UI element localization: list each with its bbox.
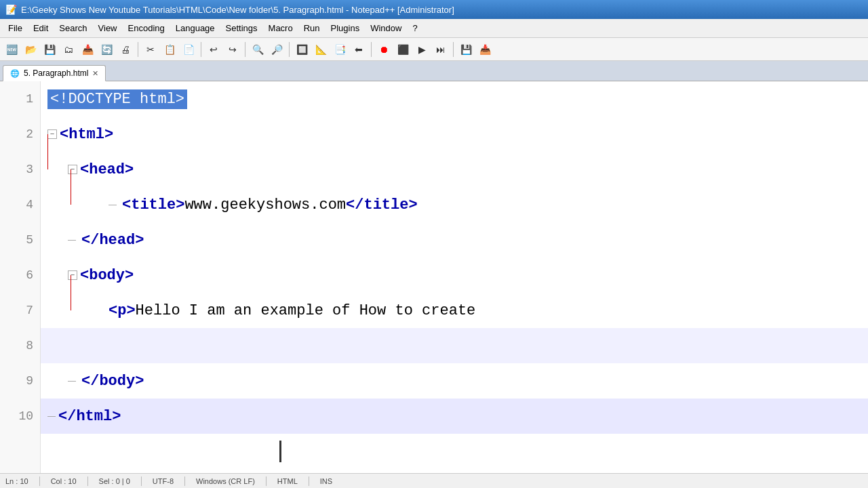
cursor-line: [41, 434, 868, 469]
tab-close-icon[interactable]: ✕: [92, 69, 98, 78]
toolbar-save[interactable]: 💾: [41, 41, 58, 58]
head-close-tag: </head>: [81, 232, 144, 249]
code-line-6: − <body>: [41, 258, 868, 293]
toolbar-macro-rec[interactable]: ⏺: [375, 41, 393, 58]
status-eol: Windows (CR LF): [196, 477, 255, 485]
toolbar-sep6: [453, 42, 454, 57]
title-indicator: [108, 205, 117, 205]
title-text: E:\Geeky Shows New Youtube Tutorials\HTM…: [21, 5, 454, 15]
collapse-html[interactable]: −: [47, 129, 57, 139]
toolbar-sep2: [201, 42, 201, 57]
toolbar-open[interactable]: 📂: [22, 41, 39, 58]
status-sep-1: [39, 476, 40, 486]
toolbar-new[interactable]: 🆕: [3, 41, 20, 58]
toolbar-macro-stop[interactable]: ⬛: [394, 41, 412, 58]
toolbar-cut[interactable]: ✂: [142, 41, 159, 58]
title-content: www.geekyshows.com: [184, 197, 346, 214]
collapse-body[interactable]: −: [68, 270, 77, 280]
toolbar: 🆕 📂 💾 🗂 📥 🔄 🖨 ✂ 📋 📄 ↩ ↪ 🔍 🔎 🔲 📐 📑 ⬅ ⏺ ⬛ …: [0, 38, 868, 61]
status-col: Col : 10: [51, 477, 77, 485]
status-sep-5: [266, 476, 267, 486]
toolbar-zoom-in[interactable]: 🔲: [293, 41, 311, 58]
menu-window[interactable]: Window: [365, 22, 407, 35]
tab-paragraph-html[interactable]: 🌐 5. Paragraph.html ✕: [3, 65, 106, 81]
tab-icon: 🌐: [10, 69, 20, 78]
line-num-6: 6: [0, 258, 40, 293]
toolbar-undo[interactable]: ↩: [205, 41, 222, 58]
toolbar-sep4: [289, 42, 290, 57]
status-sep-3: [141, 476, 142, 486]
toolbar-macro-next[interactable]: ⏭: [432, 41, 450, 58]
status-sel: Sel : 0 | 0: [99, 477, 130, 485]
code-line-7: <p> Hello I am an example of How to crea…: [41, 293, 868, 328]
status-sep-2: [87, 476, 88, 486]
line-num-5: 5: [0, 222, 40, 258]
toolbar-replace[interactable]: 🔎: [268, 41, 285, 58]
toolbar-find[interactable]: 🔍: [249, 41, 267, 58]
tab-label: 5. Paragraph.html: [24, 68, 88, 78]
toolbar-save-session[interactable]: 💾: [457, 41, 475, 58]
menu-help[interactable]: ?: [407, 22, 422, 35]
line-num-2: 2: [0, 117, 40, 152]
tab-bar: 🌐 5. Paragraph.html ✕: [0, 61, 868, 81]
status-encoding: UTF-8: [153, 477, 174, 485]
line-num-8: 8: [0, 328, 40, 363]
body-open-tag: <body>: [80, 267, 134, 284]
line-num-9: 9: [0, 363, 40, 399]
head-indent-line: [68, 240, 76, 241]
toolbar-indent[interactable]: 📑: [331, 41, 349, 58]
menu-macro[interactable]: Macro: [263, 22, 298, 35]
code-line-3: − <head>: [41, 152, 868, 187]
toolbar-outdent[interactable]: ⬅: [350, 41, 368, 58]
toolbar-reload[interactable]: 🔄: [98, 41, 115, 58]
status-type: HTML: [277, 477, 298, 485]
line-num-3: 3: [0, 152, 40, 187]
html-close-indent: [47, 416, 56, 417]
html-open-tag: <html>: [60, 126, 113, 143]
code-line-1: <!DOCTYPE html>: [41, 81, 868, 117]
status-ln: Ln : 10: [5, 477, 28, 485]
toolbar-macro-play[interactable]: ▶: [413, 41, 431, 58]
menu-settings[interactable]: Settings: [220, 22, 263, 35]
menu-view[interactable]: View: [93, 22, 123, 35]
menu-search[interactable]: Search: [54, 22, 92, 35]
line-num-7: 7: [0, 293, 40, 328]
body-indent-line: [68, 381, 76, 382]
doctype-highlight: <!DOCTYPE html>: [47, 89, 187, 109]
status-bar: Ln : 10 Col : 10 Sel : 0 | 0 UTF-8 Windo…: [0, 473, 868, 488]
toolbar-paste[interactable]: 📄: [180, 41, 197, 58]
status-ins: INS: [320, 477, 332, 485]
toolbar-zoom-out[interactable]: 📐: [312, 41, 330, 58]
code-line-2: − <html>: [41, 117, 868, 152]
line-num-4: 4: [0, 187, 40, 222]
status-sep-4: [184, 476, 185, 486]
html-close-tag: </html>: [58, 408, 121, 425]
toolbar-copy[interactable]: 📋: [161, 41, 178, 58]
app-icon: 📝: [5, 4, 17, 15]
toolbar-save-all[interactable]: 🗂: [60, 41, 77, 58]
line-num-10: 10: [0, 399, 40, 434]
toolbar-print[interactable]: 🖨: [117, 41, 134, 58]
menu-encoding[interactable]: Encoding: [123, 22, 170, 35]
menu-edit[interactable]: Edit: [28, 22, 54, 35]
toolbar-redo[interactable]: ↪: [224, 41, 241, 58]
menu-language[interactable]: Language: [170, 22, 220, 35]
code-line-10: </html>: [41, 399, 868, 434]
title-bar: 📝 E:\Geeky Shows New Youtube Tutorials\H…: [0, 0, 868, 19]
toolbar-load-session[interactable]: 📥: [476, 41, 494, 58]
code-content[interactable]: <!DOCTYPE html> − <html> − <head> <title…: [41, 81, 868, 473]
toolbar-close[interactable]: 📥: [79, 41, 96, 58]
editor: 1 2 3 4 5 6 7 8 9 10 <!DOCTYPE html> − <…: [0, 81, 868, 473]
menu-plugins[interactable]: Plugins: [326, 22, 366, 35]
collapse-head[interactable]: −: [68, 165, 77, 174]
line-numbers: 1 2 3 4 5 6 7 8 9 10: [0, 81, 41, 473]
code-line-4: <title> www.geekyshows.com </title>: [41, 187, 868, 222]
menu-run[interactable]: Run: [298, 22, 326, 35]
head-open-tag: <head>: [80, 161, 134, 178]
text-cursor: [279, 441, 281, 462]
code-line-9: </body>: [41, 363, 868, 399]
toolbar-sep5: [371, 42, 372, 57]
code-line-5: </head>: [41, 222, 868, 258]
p-open-tag: <p>: [108, 302, 136, 319]
menu-file[interactable]: File: [3, 22, 28, 35]
